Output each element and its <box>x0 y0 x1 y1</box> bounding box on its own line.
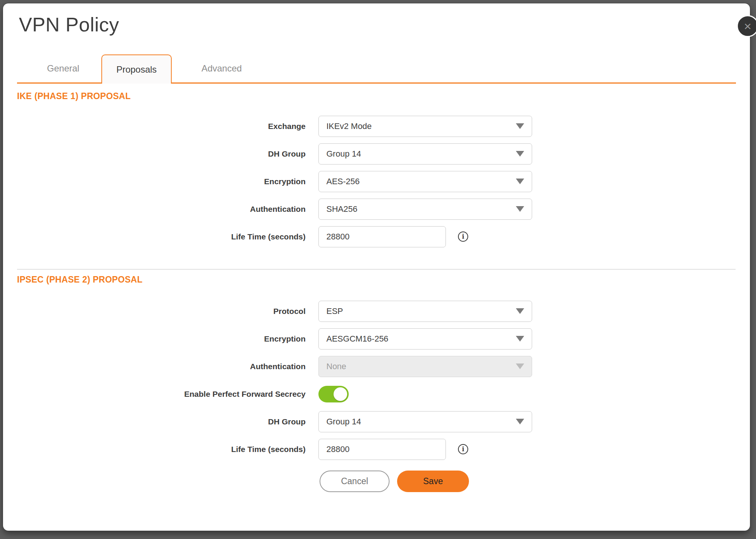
life-time-input[interactable] <box>318 226 446 247</box>
encryption-label: Encryption <box>17 177 306 186</box>
save-button[interactable]: Save <box>397 471 469 492</box>
dh-group-value: Group 14 <box>326 149 361 159</box>
dh-group-select[interactable]: Group 14 <box>318 143 532 165</box>
tab-advanced[interactable]: Advanced <box>172 54 272 82</box>
protocol-select[interactable]: ESP <box>318 301 532 322</box>
form-row-ipsec-encryption: Encryption AESGCM16-256 <box>17 325 736 353</box>
form-row-pfs: Enable Perfect Forward Secrecy <box>17 380 736 408</box>
protocol-label: Protocol <box>17 307 306 316</box>
form-row-exchange: Exchange IKEv2 Mode <box>17 112 736 140</box>
info-icon[interactable]: i <box>458 444 468 454</box>
cancel-button-label: Cancel <box>341 476 368 486</box>
chevron-down-icon <box>516 179 524 184</box>
form-row-ipsec-dh-group: DH Group Group 14 <box>17 408 736 435</box>
ike-phase1-form: Exchange IKEv2 Mode DH Group Group 14 En… <box>17 112 736 250</box>
chevron-down-icon <box>516 308 524 314</box>
authentication-select[interactable]: SHA256 <box>318 199 532 220</box>
life-time-label: Life Time (seconds) <box>17 232 306 241</box>
save-button-label: Save <box>423 476 443 486</box>
exchange-label: Exchange <box>17 122 306 131</box>
ipsec-encryption-label: Encryption <box>17 334 306 343</box>
ipsec-phase2-heading: IPSEC (PHASE 2) PROPOSAL <box>17 275 143 285</box>
close-icon: × <box>744 20 751 33</box>
ipsec-phase2-form: Protocol ESP Encryption AESGCM16-256 Aut… <box>17 297 736 463</box>
tab-general-label: General <box>47 63 79 74</box>
pfs-toggle-knob <box>334 387 347 401</box>
ipsec-life-time-input[interactable] <box>318 439 446 460</box>
ipsec-dh-group-value: Group 14 <box>326 417 361 427</box>
chevron-down-icon <box>516 336 524 342</box>
vpn-policy-dialog: × VPN Policy General Proposals Advanced … <box>3 3 750 531</box>
chevron-down-icon <box>516 206 524 212</box>
info-icon[interactable]: i <box>458 231 468 242</box>
form-row-life-time: Life Time (seconds) i <box>17 223 736 250</box>
ipsec-encryption-value: AESGCM16-256 <box>326 334 388 344</box>
form-row-ipsec-authentication: Authentication None <box>17 353 736 380</box>
ipsec-authentication-value: None <box>326 362 346 371</box>
tab-bar: General Proposals Advanced <box>17 54 736 84</box>
protocol-value: ESP <box>326 306 343 316</box>
ipsec-encryption-select[interactable]: AESGCM16-256 <box>318 328 532 349</box>
authentication-label: Authentication <box>17 205 306 214</box>
page-title: VPN Policy <box>19 13 119 36</box>
dh-group-label: DH Group <box>17 149 306 158</box>
ipsec-dh-group-label: DH Group <box>17 417 306 426</box>
tab-advanced-label: Advanced <box>202 63 242 74</box>
tab-general[interactable]: General <box>34 54 92 82</box>
tab-proposals[interactable]: Proposals <box>101 54 172 84</box>
form-row-encryption: Encryption AES-256 <box>17 168 736 195</box>
chevron-down-icon <box>516 419 524 424</box>
close-button[interactable]: × <box>737 15 756 37</box>
encryption-select[interactable]: AES-256 <box>318 171 532 192</box>
form-row-authentication: Authentication SHA256 <box>17 195 736 223</box>
encryption-value: AES-256 <box>326 177 360 186</box>
chevron-down-icon <box>516 151 524 157</box>
ipsec-authentication-label: Authentication <box>17 362 306 371</box>
ipsec-dh-group-select[interactable]: Group 14 <box>318 411 532 432</box>
form-row-protocol: Protocol ESP <box>17 297 736 325</box>
pfs-toggle[interactable] <box>318 386 349 402</box>
chevron-down-icon <box>516 123 524 129</box>
authentication-value: SHA256 <box>326 204 357 214</box>
ike-phase1-heading: IKE (PHASE 1) PROPOSAL <box>17 91 131 101</box>
footer-actions: Cancel Save <box>320 471 469 492</box>
cancel-button[interactable]: Cancel <box>320 471 390 492</box>
tab-proposals-label: Proposals <box>116 64 157 75</box>
section-divider <box>17 269 736 270</box>
ipsec-authentication-select: None <box>318 356 532 377</box>
chevron-down-icon <box>516 363 524 369</box>
form-row-dh-group: DH Group Group 14 <box>17 140 736 168</box>
pfs-label: Enable Perfect Forward Secrecy <box>17 390 306 399</box>
ipsec-life-time-label: Life Time (seconds) <box>17 445 306 454</box>
exchange-value: IKEv2 Mode <box>326 121 372 131</box>
form-row-ipsec-life-time: Life Time (seconds) i <box>17 435 736 463</box>
exchange-select[interactable]: IKEv2 Mode <box>318 116 532 137</box>
